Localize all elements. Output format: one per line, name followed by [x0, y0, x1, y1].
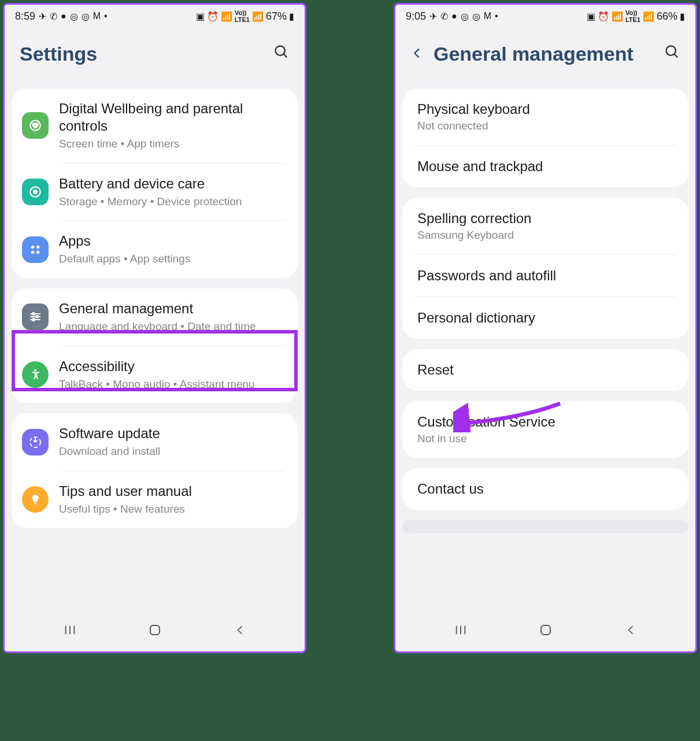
svg-rect-26	[541, 625, 550, 635]
settings-group: Contact us	[402, 468, 688, 510]
alarm-icon: ⏰	[598, 11, 609, 22]
back-icon[interactable]	[410, 45, 423, 64]
accessibility-icon	[22, 361, 49, 388]
whatsapp-icon: ✆	[440, 11, 448, 22]
tips-icon	[22, 486, 49, 513]
instagram-icon: ◎	[70, 11, 78, 22]
svg-line-1	[284, 54, 287, 58]
battery-icon: ▮	[680, 11, 685, 22]
settings-item-tips[interactable]: Tips and user manual Useful tips • New f…	[12, 471, 298, 528]
status-time: 9:05	[406, 10, 426, 23]
svg-point-7	[31, 251, 35, 254]
settings-group: Physical keyboard Not connected Mouse an…	[402, 88, 688, 187]
item-title: Mouse and trackpad	[417, 158, 673, 175]
item-sub: Samsung Keyboard	[417, 229, 673, 242]
item-title: Software update	[59, 425, 287, 442]
phone-left: 8:59 ✈ ✆ ● ◎ ◎ M • ▣ ⏰ 📶 Vo))LTE1 📶 67% …	[3, 3, 306, 653]
svg-point-12	[36, 316, 38, 318]
item-reset[interactable]: Reset	[402, 349, 688, 391]
item-title: Personal dictionary	[417, 310, 673, 326]
battery-percent: 66%	[657, 10, 677, 23]
camera-icon: ◎	[472, 11, 480, 22]
item-title: Customisation Service	[417, 414, 673, 430]
whatsapp-icon: ✆	[50, 11, 57, 22]
status-bar: 9:05 ✈ ✆ ● ◎ ◎ M • ▣ ⏰ 📶 Vo))LTE1 📶 66% …	[395, 5, 695, 25]
item-sub: Not in use	[417, 432, 673, 445]
header: General management	[395, 25, 695, 88]
settings-item-apps[interactable]: Apps Default apps • App settings	[12, 221, 298, 278]
battery-saver-icon: ▣	[196, 11, 205, 22]
search-icon[interactable]	[273, 44, 290, 64]
chat-icon: ●	[61, 11, 66, 21]
chat-icon: ●	[451, 11, 457, 21]
item-passwords-autofill[interactable]: Passwords and autofill	[402, 255, 688, 297]
item-title: Reset	[417, 362, 673, 378]
item-sub: Default apps • App settings	[59, 252, 287, 266]
item-contact-us[interactable]: Contact us	[402, 468, 688, 510]
item-title: Tips and user manual	[59, 483, 287, 500]
telegram-icon: ✈	[39, 11, 46, 22]
page-title: General management	[434, 43, 634, 65]
item-physical-keyboard[interactable]: Physical keyboard Not connected	[402, 88, 688, 145]
item-mouse-trackpad[interactable]: Mouse and trackpad	[402, 146, 688, 187]
svg-rect-20	[150, 625, 160, 635]
nav-back-icon[interactable]	[625, 624, 636, 639]
item-customisation-service[interactable]: Customisation Service Not in use	[402, 401, 688, 458]
item-sub: Not connected	[417, 120, 673, 132]
nav-back-icon[interactable]	[234, 624, 246, 639]
item-spelling-correction[interactable]: Spelling correction Samsung Keyboard	[402, 198, 688, 254]
item-title: Apps	[59, 232, 287, 250]
item-sub: Storage • Memory • Device protection	[59, 195, 287, 209]
settings-item-battery[interactable]: Battery and device care Storage • Memory…	[12, 164, 298, 221]
svg-line-22	[675, 54, 678, 58]
svg-point-8	[36, 251, 40, 254]
settings-item-accessibility[interactable]: Accessibility TalkBack • Mono audio • As…	[12, 346, 298, 403]
settings-item-wellbeing[interactable]: Digital Wellbeing and parental controls …	[12, 88, 298, 163]
telegram-icon: ✈	[429, 11, 437, 22]
settings-group: Software update Download and install Tip…	[12, 413, 298, 528]
nav-bar	[395, 615, 695, 648]
nav-home-icon[interactable]	[148, 623, 162, 640]
item-personal-dictionary[interactable]: Personal dictionary	[402, 297, 688, 339]
item-sub: Useful tips • New features	[59, 502, 287, 517]
software-update-icon	[22, 429, 49, 455]
search-icon[interactable]	[664, 44, 680, 64]
item-title: Contact us	[417, 481, 673, 497]
svg-point-5	[31, 245, 35, 249]
more-icon: •	[495, 11, 498, 21]
nav-recent-icon[interactable]	[454, 624, 467, 639]
settings-group: Digital Wellbeing and parental controls …	[12, 88, 298, 278]
partial-card	[402, 520, 688, 533]
settings-group: Spelling correction Samsung Keyboard Pas…	[402, 198, 688, 339]
svg-point-10	[32, 313, 35, 315]
nav-recent-icon[interactable]	[64, 624, 76, 639]
item-title: General management	[59, 300, 287, 317]
nav-home-icon[interactable]	[539, 623, 553, 640]
wifi-icon: 📶	[221, 11, 232, 22]
instagram-icon: ◎	[461, 11, 469, 22]
settings-item-general-management[interactable]: General management Language and keyboard…	[12, 288, 298, 346]
status-time: 8:59	[15, 10, 35, 23]
settings-item-software-update[interactable]: Software update Download and install	[12, 413, 298, 470]
item-sub: Screen time • App timers	[59, 137, 287, 151]
item-title: Digital Wellbeing and parental controls	[59, 100, 287, 135]
battery-percent: 67%	[266, 10, 287, 23]
svg-point-6	[36, 245, 40, 249]
signal-icon: 📶	[643, 11, 654, 22]
item-sub: Download and install	[59, 444, 287, 459]
signal-icon: 📶	[252, 11, 264, 22]
alarm-icon: ⏰	[207, 11, 218, 22]
device-care-icon	[22, 179, 49, 205]
phone-right: 9:05 ✈ ✆ ● ◎ ◎ M • ▣ ⏰ 📶 Vo))LTE1 📶 66% …	[394, 3, 697, 653]
settings-group: Reset	[402, 349, 688, 391]
settings-group: General management Language and keyboard…	[12, 288, 298, 403]
settings-group: Customisation Service Not in use	[402, 401, 688, 458]
item-sub: TalkBack • Mono audio • Assistant menu	[59, 377, 287, 392]
wifi-icon: 📶	[612, 11, 623, 22]
item-title: Accessibility	[59, 358, 287, 375]
item-title: Battery and device care	[59, 175, 287, 192]
gmail-icon: M	[93, 11, 101, 21]
svg-point-4	[34, 190, 38, 194]
status-bar: 8:59 ✈ ✆ ● ◎ ◎ M • ▣ ⏰ 📶 Vo))LTE1 📶 67% …	[5, 5, 305, 25]
gmail-icon: M	[484, 11, 491, 21]
